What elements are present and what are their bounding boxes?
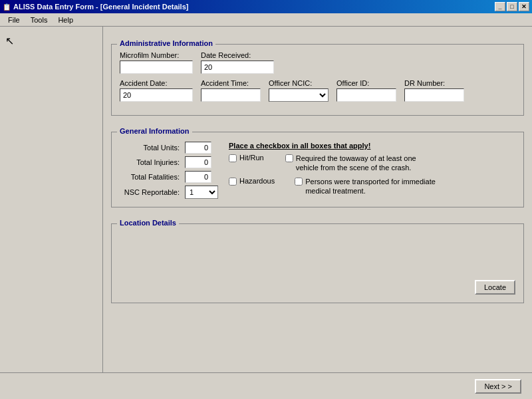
total-injuries-label: Total Injuries:: [120, 158, 180, 166]
gen-info-left: Total Units: Total Injuries: Total Fatal…: [120, 142, 218, 199]
administrative-info-title: Administrative Information: [117, 39, 215, 47]
hit-run-description: Required the towaway of at least one veh…: [296, 154, 429, 173]
arrow-icon: ↖: [3, 32, 17, 50]
total-fatalities-input[interactable]: [185, 171, 211, 183]
main-area: ↖ Administrative Information Microfilm N…: [0, 27, 532, 399]
hazardous-row: Hazardous Persons were transported for i…: [229, 177, 515, 196]
hazardous-checkbox[interactable]: [229, 178, 237, 186]
app-icon: 📋: [3, 3, 11, 11]
hit-run-label: Hit/Run: [239, 154, 264, 162]
hazardous-description: Persons were transported for immediate m…: [305, 177, 438, 196]
dr-number-label: DR Number:: [404, 79, 464, 87]
gen-info-content: Total Units: Total Injuries: Total Fatal…: [120, 142, 515, 199]
maximize-button[interactable]: □: [507, 2, 517, 11]
microfilm-input[interactable]: [120, 61, 193, 74]
total-units-row: Total Units:: [120, 142, 218, 154]
total-injuries-row: Total Injuries:: [120, 156, 218, 168]
officer-id-label: Officer ID:: [336, 79, 396, 87]
menu-tools[interactable]: Tools: [25, 15, 53, 25]
hit-run-checkbox[interactable]: [229, 154, 237, 162]
total-units-label: Total Units:: [120, 144, 180, 152]
menu-bar: File Tools Help: [0, 13, 532, 27]
accident-date-label: Accident Date:: [120, 79, 193, 87]
officer-id-field: Officer ID:: [336, 79, 396, 102]
general-info-title: General Information: [117, 127, 192, 135]
hit-run-row: Hit/Run Required the towaway of at least…: [229, 154, 515, 173]
close-button[interactable]: ✕: [519, 2, 529, 11]
total-fatalities-label: Total Fatalities:: [120, 173, 180, 181]
hazardous-desc-checkbox[interactable]: [295, 178, 303, 186]
accident-time-field: Accident Time:: [201, 79, 261, 102]
locate-button[interactable]: Locate: [475, 280, 515, 295]
admin-row-2: Accident Date: Accident Time: Officer NC…: [120, 79, 515, 102]
sidebar: ↖: [0, 27, 103, 399]
hit-run-desc-group: Required the towaway of at least one veh…: [285, 154, 429, 173]
microfilm-field: Microfilm Number:: [120, 51, 193, 74]
gen-info-right: Place a checkbox in all boxes that apply…: [229, 142, 515, 199]
microfilm-label: Microfilm Number:: [120, 51, 193, 59]
menu-help[interactable]: Help: [53, 15, 78, 25]
hazardous-group: Hazardous: [229, 177, 275, 186]
total-units-input[interactable]: [185, 142, 211, 154]
date-received-label: Date Received:: [201, 51, 274, 59]
administrative-info-group: Administrative Information Microfilm Num…: [111, 44, 524, 116]
content-area: Administrative Information Microfilm Num…: [103, 27, 532, 399]
date-received-input[interactable]: [201, 61, 274, 74]
menu-file[interactable]: File: [3, 15, 25, 25]
title-bar: 📋 ALISS Data Entry Form - [General Incid…: [0, 0, 532, 13]
minimize-button[interactable]: _: [495, 2, 505, 11]
checkbox-rows: Hit/Run Required the towaway of at least…: [229, 154, 515, 196]
hazardous-label: Hazardous: [239, 177, 275, 185]
total-fatalities-row: Total Fatalities:: [120, 171, 218, 183]
accident-date-field: Accident Date:: [120, 79, 193, 102]
nsc-reportable-row: NSC Reportable: 1 0 2: [120, 186, 218, 199]
next-button[interactable]: Next > >: [475, 379, 521, 394]
officer-id-input[interactable]: [336, 88, 396, 102]
window-title: ALISS Data Entry Form - [General Inciden…: [13, 3, 188, 11]
officer-ncic-field: Officer NCIC:: [269, 79, 329, 102]
accident-time-input[interactable]: [201, 88, 261, 102]
accident-time-label: Accident Time:: [201, 79, 261, 87]
checkbox-instruction: Place a checkbox in all boxes that apply…: [229, 142, 515, 150]
hit-run-desc-checkbox[interactable]: [285, 154, 293, 162]
total-injuries-input[interactable]: [185, 156, 211, 168]
location-details-group: Location Details Locate: [111, 223, 524, 303]
nsc-reportable-select[interactable]: 1 0 2: [185, 186, 218, 199]
dr-number-field: DR Number:: [404, 79, 464, 102]
hit-run-group: Hit/Run: [229, 154, 264, 162]
general-info-group: General Information Total Units: Total I…: [111, 132, 524, 207]
dr-number-input[interactable]: [404, 88, 464, 102]
nsc-reportable-label: NSC Reportable:: [120, 188, 180, 196]
officer-ncic-select[interactable]: [269, 88, 329, 102]
bottom-bar: Next > >: [0, 372, 532, 399]
admin-row-1: Microfilm Number: Date Received:: [120, 51, 515, 74]
accident-date-input[interactable]: [120, 88, 193, 102]
hazardous-desc-group: Persons were transported for immediate m…: [295, 177, 438, 196]
officer-ncic-label: Officer NCIC:: [269, 79, 329, 87]
date-received-field: Date Received:: [201, 51, 274, 74]
location-details-title: Location Details: [117, 219, 179, 227]
